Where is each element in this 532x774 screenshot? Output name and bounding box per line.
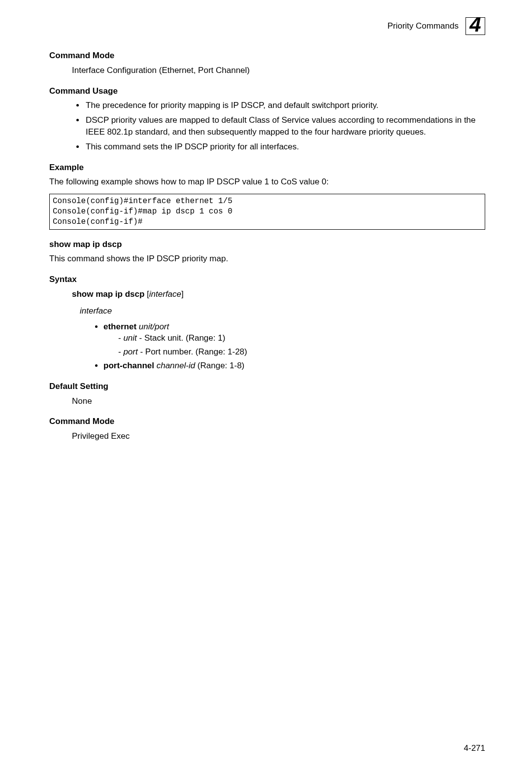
syntax-bracket-open: [ — [144, 289, 149, 299]
command-mode-body: Interface Configuration (Ethernet, Port … — [72, 65, 485, 76]
heading-command-mode: Command Mode — [49, 50, 485, 62]
list-item: The precedence for priority mapping is I… — [85, 100, 485, 111]
chapter-box: 4 — [466, 17, 485, 35]
syntax-bracket-close: ] — [181, 289, 184, 299]
page-number: 4-271 — [464, 742, 485, 754]
list-item: DSCP priority values are mapped to defau… — [85, 114, 485, 138]
heading-syntax: Syntax — [49, 274, 485, 285]
command-usage-list: The precedence for priority mapping is I… — [85, 100, 485, 152]
unit-desc: - Stack unit. (Range: 1) — [137, 333, 226, 343]
heading-command-usage: Command Usage — [49, 85, 485, 97]
ethernet-keyword: ethernet — [103, 322, 136, 331]
syntax-command: show map ip dscp — [72, 289, 144, 299]
heading-example: Example — [49, 162, 485, 174]
default-setting-body: None — [72, 395, 485, 407]
show-map-desc: This command shows the IP DSCP priority … — [49, 253, 485, 265]
command-mode-2-body: Privileged Exec — [72, 430, 485, 442]
interface-label: interface — [80, 305, 485, 317]
portchannel-param: channel-id — [154, 361, 195, 370]
ethernet-params: unit/port — [136, 322, 169, 331]
port-desc: - Port number. (Range: 1-28) — [138, 347, 247, 356]
chapter-number: 4 — [469, 16, 481, 33]
list-item: port-channel channel-id (Range: 1-8) — [103, 360, 485, 372]
portchannel-keyword: port-channel — [103, 361, 154, 370]
unit-param: unit — [123, 333, 136, 343]
page-header: Priority Commands 4 — [49, 17, 485, 35]
syntax-interface-param: interface — [149, 289, 181, 299]
heading-command-mode-2: Command Mode — [49, 416, 485, 427]
list-item: unit - Stack unit. (Range: 1) — [118, 332, 485, 344]
example-intro: The following example shows how to map I… — [49, 176, 485, 188]
list-item: ethernet unit/port unit - Stack unit. (R… — [103, 321, 485, 358]
syntax-line: show map ip dscp [interface] — [72, 288, 485, 300]
heading-show-map: show map ip dscp — [49, 239, 485, 250]
port-param: port — [123, 347, 137, 356]
ethernet-params-list: unit - Stack unit. (Range: 1) port - Por… — [118, 332, 485, 358]
interface-options-list: ethernet unit/port unit - Stack unit. (R… — [103, 321, 485, 372]
header-title: Priority Commands — [387, 20, 459, 32]
portchannel-desc: (Range: 1-8) — [195, 361, 244, 370]
list-item: This command sets the IP DSCP priority f… — [85, 141, 485, 153]
list-item: port - Port number. (Range: 1-28) — [118, 346, 485, 358]
heading-default-setting: Default Setting — [49, 381, 485, 392]
example-code-block: Console(config)#interface ethernet 1/5 C… — [49, 194, 485, 229]
